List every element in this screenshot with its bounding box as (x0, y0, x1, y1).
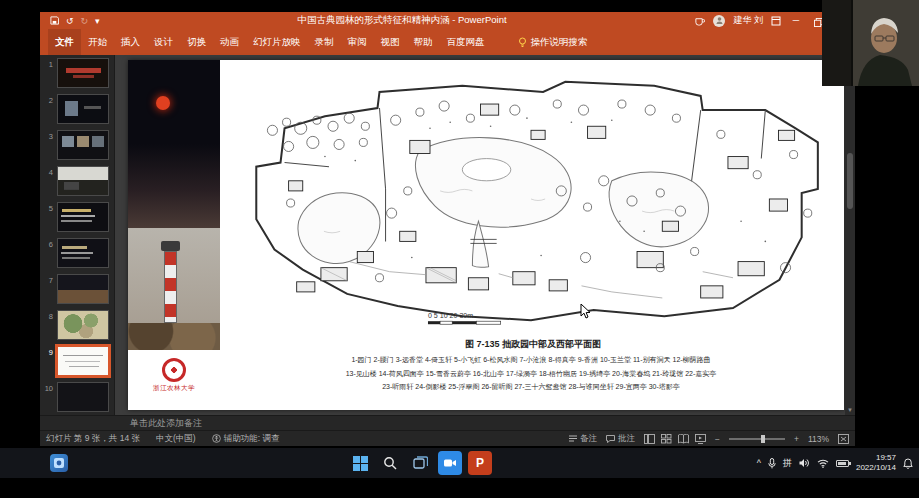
microphone-icon[interactable] (768, 458, 776, 469)
scroll-down-icon[interactable]: ▼ (847, 405, 853, 415)
tab-transitions[interactable]: 切换 (180, 29, 213, 55)
thumb-number: 7 (40, 274, 53, 285)
university-logo: 浙江农林大学 (136, 358, 212, 393)
taskbar-clock[interactable]: 19:57 2022/10/14 (856, 453, 896, 473)
undo-icon[interactable]: ↺ (66, 16, 74, 26)
network-wifi-icon[interactable] (817, 459, 829, 468)
lighthouse-tower (164, 251, 177, 323)
battery-icon[interactable] (836, 460, 849, 467)
user-avatar[interactable] (713, 15, 725, 27)
tab-insert[interactable]: 插入 (114, 29, 147, 55)
user-name[interactable]: 建华 刘 (733, 14, 763, 27)
workspace: 1 2 3 4 5 6 7 8 9 10 (40, 55, 855, 415)
slide-thumbnail-8[interactable] (57, 310, 109, 340)
notes-pane[interactable]: 单击此处添加备注 (40, 415, 855, 430)
status-bar: 幻灯片 第 9 张，共 14 张 中文(中国) 辅助功能: 调查 备注 批注 (40, 430, 855, 446)
slide-thumbnail-9-selected[interactable] (57, 346, 109, 376)
tab-slideshow[interactable]: 幻灯片放映 (246, 29, 308, 55)
garden-plan-image[interactable]: 0 5 10 20 30m (228, 68, 834, 334)
clock-date: 2022/10/14 (856, 463, 896, 473)
accessibility-icon (212, 434, 221, 443)
slide-photo-strip (128, 60, 220, 350)
slide-thumbnail-2[interactable] (57, 94, 109, 124)
slide-thumbnail-1[interactable] (57, 58, 109, 88)
minimize-button[interactable]: ─ (789, 12, 803, 29)
tab-file[interactable]: 文件 (48, 29, 81, 55)
slide-thumbnail-10[interactable] (57, 382, 109, 412)
window-title: 中国古典园林的形式特征和精神内涵 - PowerPoint (110, 14, 695, 27)
tab-record[interactable]: 录制 (308, 29, 341, 55)
figure-legend: 1-园门 2-腰门 3-远香堂 4-倚玉轩 5-小飞虹 6-松风水阁 7-小沧浪… (220, 353, 842, 394)
garden-plan-drawing: 0 5 10 20 30m (228, 68, 834, 334)
ribbon-display-options-icon[interactable] (771, 16, 781, 26)
tray-chevron-up-icon[interactable]: ^ (757, 458, 761, 468)
rocks (128, 323, 220, 350)
system-tray: ^ 拼 19:57 2022/10/14 (757, 448, 913, 478)
normal-view-icon[interactable] (644, 434, 655, 444)
scrollbar-track[interactable] (845, 65, 855, 405)
slide-sorter-view-icon[interactable] (661, 434, 672, 444)
zoom-percentage[interactable]: 113% (808, 434, 829, 444)
tab-home[interactable]: 开始 (81, 29, 114, 55)
notes-toggle-button[interactable]: 备注 (569, 433, 597, 445)
volume-icon[interactable] (799, 458, 810, 468)
quick-access-toolbar: ↺ ↻ ▾ (40, 16, 110, 26)
webcam-video-overlay[interactable] (822, 0, 919, 86)
figure-caption: 图 7-135 拙政园中部及西部平面图 (228, 338, 838, 351)
task-view-icon[interactable] (408, 451, 432, 475)
comments-toggle-button[interactable]: 批注 (606, 433, 635, 445)
qat-dropdown-icon[interactable]: ▾ (95, 16, 100, 26)
zoom-out-button[interactable]: − (715, 434, 720, 444)
screen: ↺ ↻ ▾ 中国古典园林的形式特征和精神内涵 - PowerPoint 建华 刘… (0, 0, 919, 498)
language-indicator[interactable]: 中文(中国) (156, 433, 196, 445)
zoom-slider[interactable] (729, 438, 785, 440)
tab-animations[interactable]: 动画 (213, 29, 246, 55)
zoom-slider-thumb[interactable] (761, 435, 765, 443)
accessibility-status[interactable]: 辅助功能: 调查 (212, 433, 280, 445)
title-bar: ↺ ↻ ▾ 中国古典园林的形式特征和精神内涵 - PowerPoint 建华 刘… (40, 12, 855, 29)
thumb-number: 1 (40, 58, 53, 69)
thumb-number: 9 (40, 346, 53, 357)
slide-thumbnail-6[interactable] (57, 238, 109, 268)
slide-thumbnail-7[interactable] (57, 274, 109, 304)
slide-counter[interactable]: 幻灯片 第 9 张，共 14 张 (46, 433, 140, 445)
redo-icon[interactable]: ↻ (81, 16, 89, 26)
taskbar: P ^ 拼 19:57 2022/10/14 (0, 448, 919, 478)
thumb-number: 4 (40, 166, 53, 177)
fit-to-window-icon[interactable] (838, 434, 849, 444)
slide-thumbnail-4[interactable] (57, 166, 109, 196)
mouse-cursor (580, 304, 591, 319)
slide-canvas[interactable]: 浙江农林大学 (128, 60, 844, 410)
comment-icon (606, 435, 615, 443)
meeting-app-icon[interactable] (438, 451, 462, 475)
slide-thumbnail-3[interactable] (57, 130, 109, 160)
powerpoint-app-icon[interactable]: P (468, 451, 492, 475)
slide-editing-area: 浙江农林大学 (115, 55, 855, 415)
logo-emblem (162, 358, 186, 382)
notification-bell-icon[interactable] (903, 458, 913, 469)
slideshow-view-icon[interactable] (695, 434, 706, 444)
search-icon[interactable] (378, 451, 402, 475)
save-icon[interactable] (50, 16, 59, 25)
tab-view[interactable]: 视图 (374, 29, 407, 55)
slide-scrollbar[interactable]: ▲ ▼ (845, 55, 855, 415)
zoom-in-button[interactable]: + (794, 434, 799, 444)
widgets-icon[interactable] (50, 454, 68, 472)
slide-thumbnail-5[interactable] (57, 202, 109, 232)
start-button[interactable] (348, 451, 372, 475)
ribbon-tab-bar: 文件 开始 插入 设计 切换 动画 幻灯片放映 录制 审阅 视图 帮助 百度网盘… (40, 29, 855, 55)
coffee-cup-icon[interactable] (694, 16, 705, 26)
tab-review[interactable]: 审阅 (341, 29, 374, 55)
thumb-number: 2 (40, 94, 53, 105)
thumb-number: 3 (40, 130, 53, 141)
tell-me-search[interactable]: 操作说明搜索 (518, 36, 588, 49)
scrollbar-thumb[interactable] (847, 153, 853, 209)
reading-view-icon[interactable] (678, 434, 689, 444)
lighthouse-top (161, 241, 180, 251)
ime-indicator[interactable]: 拼 (783, 457, 792, 470)
legend-line-3: 23-听雨轩 24-倒影楼 25-浮翠阁 26-留听阁 27-三十六鸳鸯馆 28… (220, 380, 842, 394)
legend-line-1: 1-园门 2-腰门 3-远香堂 4-倚玉轩 5-小飞虹 6-松风水阁 7-小沧浪… (220, 353, 842, 367)
tab-baidu-netdisk[interactable]: 百度网盘 (440, 29, 492, 55)
tab-help[interactable]: 帮助 (407, 29, 440, 55)
tab-design[interactable]: 设计 (147, 29, 180, 55)
